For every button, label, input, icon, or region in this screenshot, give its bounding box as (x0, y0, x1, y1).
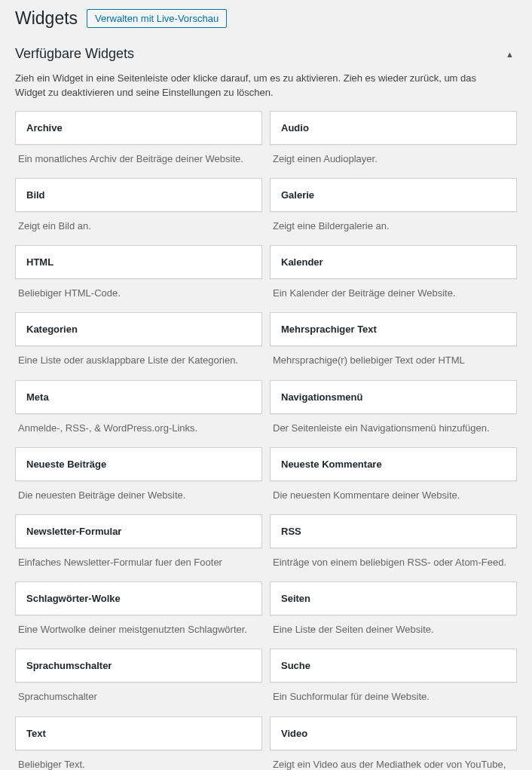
widget-item[interactable]: Neueste Beiträge (15, 447, 262, 481)
widget-item-description: Beliebiger Text. (15, 750, 262, 770)
widget-item[interactable]: Suche (270, 649, 517, 683)
widget-item-title: Video (271, 717, 516, 750)
widget-item-title: RSS (271, 515, 516, 548)
widget-item-title: Sprachumschalter (16, 649, 261, 682)
widget-item[interactable]: RSS (270, 514, 517, 548)
widget-item-title: Meta (16, 381, 261, 413)
widget-item[interactable]: Kategorien (15, 312, 262, 346)
widgets-admin-page: Widgets Verwalten mit Live-Vorschau Verf… (0, 0, 532, 770)
widget-item-title: Navigationsmenü (271, 381, 516, 413)
widget-item[interactable]: Sprachumschalter (15, 649, 262, 683)
widget-item-title: Kalender (271, 246, 516, 278)
widget-item[interactable]: HTML (15, 245, 262, 279)
manage-live-preview-button[interactable]: Verwalten mit Live-Vorschau (87, 9, 227, 28)
widget-item-description: Die neuesten Beiträge deiner Website. (15, 481, 262, 514)
page-header: Widgets Verwalten mit Live-Vorschau (15, 8, 517, 37)
widget-item[interactable]: Kalender (270, 245, 517, 279)
widget-item-description: Zeigt eine Bildergalerie an. (270, 212, 517, 245)
widget-item-title: Neueste Kommentare (271, 448, 516, 480)
widget-item-description: Die neuesten Kommentare deiner Website. (270, 481, 517, 514)
widget-item-description: Zeigt einen Audioplayer. (270, 145, 517, 178)
widget-item-description: Beliebiger HTML-Code. (15, 279, 262, 312)
widget-item-title: Seiten (271, 582, 516, 615)
widget-item-description: Anmelde-, RSS-, & WordPress.org-Links. (15, 414, 262, 447)
widget-item-title: Galerie (271, 179, 516, 211)
widget-item-description: Einträge von einem beliebigen RSS- oder … (270, 548, 517, 581)
widget-item[interactable]: Meta (15, 380, 262, 414)
page-title: Widgets (15, 8, 78, 30)
widget-item-title: Neueste Beiträge (16, 448, 261, 480)
widget-item[interactable]: Newsletter-Formular (15, 514, 262, 548)
widget-item[interactable]: Mehrsprachiger Text (270, 312, 517, 346)
widget-item-description: Mehrsprachige(r) beliebiger Text oder HT… (270, 346, 517, 379)
widgets-column-left: ArchiveEin monatliches Archiv der Beiträ… (15, 111, 262, 770)
available-widgets-description: Zieh ein Widget in eine Seitenleiste ode… (15, 71, 505, 100)
widget-item-title: Audio (271, 112, 516, 144)
widget-item[interactable]: Galerie (270, 178, 517, 212)
widget-item[interactable]: Archive (15, 111, 262, 145)
widget-item-description: Zeigt ein Bild an. (15, 212, 262, 245)
widget-item[interactable]: Schlagwörter-Wolke (15, 581, 262, 615)
widget-item-description: Eine Wortwolke deiner meistgenutzten Sch… (15, 615, 262, 649)
widget-item-description: Sprachumschalter (15, 683, 262, 716)
widget-item-title: Kategorien (16, 313, 261, 345)
collapse-icon: ▲ (506, 51, 514, 63)
widget-item[interactable]: Seiten (270, 581, 517, 615)
available-widgets-section: Verfügbare Widgets ▲ Zieh ein Widget in … (15, 46, 517, 770)
widget-item-title: Suche (271, 649, 516, 682)
widget-item[interactable]: Neueste Kommentare (270, 447, 517, 481)
widget-item-description: Ein monatliches Archiv der Beiträge dein… (15, 145, 262, 178)
widget-item[interactable]: Video (270, 716, 517, 750)
widget-item-title: Schlagwörter-Wolke (16, 582, 261, 615)
available-widgets-title: Verfügbare Widgets (15, 46, 134, 62)
widget-item[interactable]: Navigationsmenü (270, 380, 517, 414)
widget-item[interactable]: Bild (15, 178, 262, 212)
widget-item-title: Bild (16, 179, 261, 211)
widgets-column-right: AudioZeigt einen Audioplayer.GalerieZeig… (270, 111, 517, 770)
widget-item-description: Ein Suchformular für deine Website. (270, 683, 517, 716)
widget-item-description: Einfaches Newsletter-Formular fuer den F… (15, 548, 262, 581)
widget-item-description: Der Seitenleiste ein Navigationsmenü hin… (270, 414, 517, 447)
widgets-grid: ArchiveEin monatliches Archiv der Beiträ… (15, 111, 517, 770)
widget-item-title: Newsletter-Formular (16, 515, 261, 548)
widget-item-description: Eine Liste oder ausklappbare Liste der K… (15, 346, 262, 379)
widget-item-description: Eine Liste der Seiten deiner Website. (270, 615, 517, 649)
widget-item-title: Archive (16, 112, 261, 144)
widget-item[interactable]: Audio (270, 111, 517, 145)
widget-item-description: Zeigt ein Video aus der Mediathek oder v… (270, 750, 517, 770)
widget-item-title: Mehrsprachiger Text (271, 313, 516, 345)
widget-item-description: Ein Kalender der Beiträge deiner Website… (270, 279, 517, 312)
available-widgets-header[interactable]: Verfügbare Widgets ▲ (15, 46, 517, 68)
widget-item-title: Text (16, 717, 261, 750)
widget-item[interactable]: Text (15, 716, 262, 750)
widget-item-title: HTML (16, 246, 261, 278)
